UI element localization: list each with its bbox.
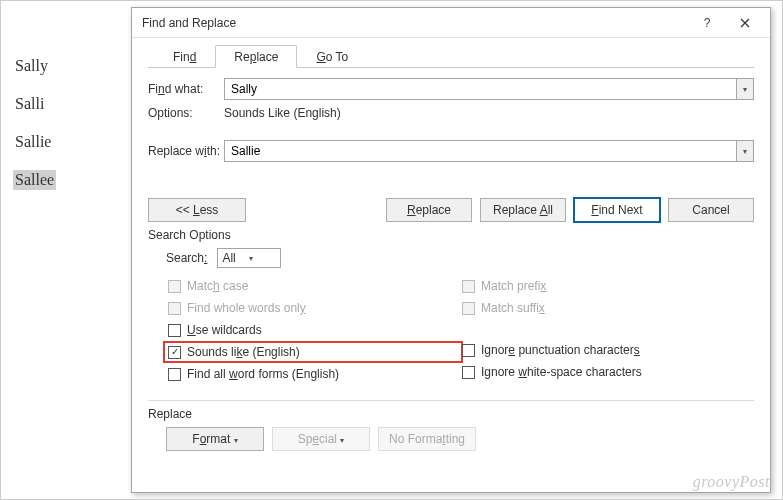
- find-replace-dialog: Find and Replace ? Find Replace Go To Fi…: [131, 7, 771, 493]
- find-what-dropdown[interactable]: ▾: [736, 78, 754, 100]
- dialog-titlebar: Find and Replace ?: [132, 8, 770, 38]
- find-what-input[interactable]: [224, 78, 736, 100]
- use-wildcards-checkbox[interactable]: Use wildcards: [166, 322, 460, 338]
- document-word: Salli: [13, 94, 128, 114]
- close-button[interactable]: [726, 9, 764, 37]
- sounds-like-checkbox[interactable]: Sounds like (English): [166, 344, 460, 360]
- checkbox-icon: [168, 324, 181, 337]
- checkbox-icon: [168, 302, 181, 315]
- tab-goto[interactable]: Go To: [297, 45, 367, 68]
- options-label: Options:: [148, 106, 224, 120]
- options-value: Sounds Like (English): [224, 106, 754, 120]
- checkbox-icon: [462, 302, 475, 315]
- match-prefix-checkbox: Match prefix: [460, 278, 754, 294]
- document-word-selected: Sallee: [13, 170, 56, 190]
- ignore-whitespace-checkbox[interactable]: Ignore white-space characters: [460, 364, 754, 380]
- help-button[interactable]: ?: [688, 9, 726, 37]
- less-button[interactable]: << Less: [148, 198, 246, 222]
- format-button[interactable]: Format ▾: [166, 427, 264, 451]
- replace-with-dropdown[interactable]: ▾: [736, 140, 754, 162]
- match-case-checkbox: Match case: [166, 278, 460, 294]
- search-direction-select[interactable]: All ▾: [217, 248, 281, 268]
- checkbox-icon: [168, 368, 181, 381]
- document-word: Sallie: [13, 132, 128, 152]
- whole-words-checkbox: Find whole words only: [166, 300, 460, 316]
- word-forms-checkbox[interactable]: Find all word forms (English): [166, 366, 460, 382]
- tab-replace[interactable]: Replace: [215, 45, 297, 68]
- replace-section-label: Replace: [148, 407, 754, 421]
- special-button: Special ▾: [272, 427, 370, 451]
- chevron-down-icon: ▾: [249, 254, 276, 263]
- search-options-label: Search Options: [148, 228, 754, 242]
- tab-find[interactable]: Find: [154, 45, 215, 68]
- document-word: Sally: [13, 56, 128, 76]
- ignore-punctuation-checkbox[interactable]: Ignore punctuation characters: [460, 342, 754, 358]
- dialog-title: Find and Replace: [142, 16, 688, 30]
- checkbox-icon: [462, 366, 475, 379]
- document-area: Sally Salli Sallie Sallee: [13, 56, 128, 208]
- divider: [148, 400, 754, 401]
- replace-with-label: Replace with:: [148, 144, 224, 158]
- find-what-label: Find what:: [148, 82, 224, 96]
- checkbox-icon: [168, 346, 181, 359]
- replace-button[interactable]: Replace: [386, 198, 472, 222]
- replace-all-button[interactable]: Replace All: [480, 198, 566, 222]
- cancel-button[interactable]: Cancel: [668, 198, 754, 222]
- search-direction-label: Search:: [166, 251, 207, 265]
- checkbox-icon: [168, 280, 181, 293]
- replace-with-input[interactable]: [224, 140, 736, 162]
- close-icon: [740, 18, 750, 28]
- checkbox-icon: [462, 344, 475, 357]
- find-next-button[interactable]: Find Next: [574, 198, 660, 222]
- checkbox-icon: [462, 280, 475, 293]
- dialog-tabs: Find Replace Go To: [148, 44, 754, 68]
- match-suffix-checkbox: Match suffix: [460, 300, 754, 316]
- no-formatting-button: No Formatting: [378, 427, 476, 451]
- chevron-down-icon: ▾: [743, 85, 747, 94]
- chevron-down-icon: ▾: [743, 147, 747, 156]
